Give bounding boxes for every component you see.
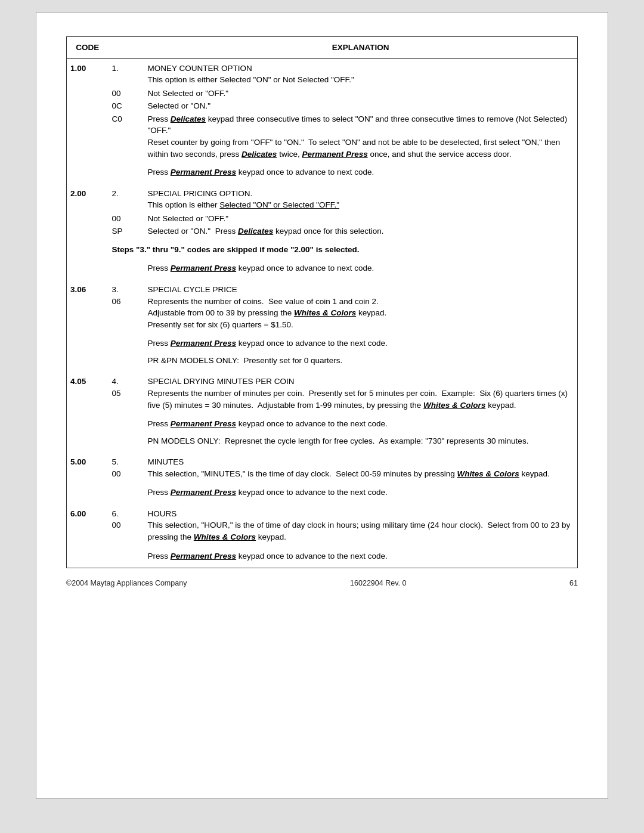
code-empty bbox=[67, 332, 109, 353]
code-empty bbox=[67, 481, 109, 504]
table-row: PN MODELS ONLY: Represnet the cycle leng… bbox=[67, 433, 578, 453]
exp-1-title: MONEY COUNTER OPTIONThis option is eithe… bbox=[144, 58, 578, 87]
code-4-05: 4.05 bbox=[67, 372, 109, 412]
table-row: SP Selected or "ON." Press Delicates key… bbox=[67, 225, 578, 238]
table-row: 00 Not Selected or "OFF." bbox=[67, 212, 578, 225]
code-empty bbox=[67, 160, 109, 184]
code-empty bbox=[67, 353, 109, 373]
perm-press-ref7: Permanent Press bbox=[171, 552, 236, 561]
perm-press-ref3: Permanent Press bbox=[171, 264, 236, 272]
sub-5: 5.00 bbox=[109, 453, 144, 481]
press-line-3: Press Permanent Press keypad once to adv… bbox=[144, 332, 578, 353]
table-row: PR &PN MODELS ONLY: Presently set for 0 … bbox=[67, 353, 578, 373]
code-empty bbox=[67, 100, 109, 113]
code-2-00: 2.00 bbox=[67, 184, 109, 212]
table-row: 0C Selected or "ON." bbox=[67, 100, 578, 113]
exp-c0: Press Delicates keypad three consecutive… bbox=[144, 113, 578, 160]
header-sub bbox=[109, 37, 144, 59]
table-row: Press Permanent Press keypad once to adv… bbox=[67, 259, 578, 280]
whites-colors-ref3: Whites & Colors bbox=[457, 469, 519, 478]
sub-00a: 00 bbox=[109, 87, 144, 100]
code-empty bbox=[67, 225, 109, 238]
perm-press-ref1: Permanent Press bbox=[302, 150, 367, 159]
sub-2: 2. bbox=[109, 184, 144, 212]
code-empty bbox=[67, 259, 109, 280]
sub-c0: C0 bbox=[109, 113, 144, 160]
code-empty bbox=[67, 212, 109, 225]
step-note: Steps "3." thru "9." codes are skipped i… bbox=[109, 238, 578, 259]
table-row: 3.06 3.06 SPECIAL CYCLE PRICERepresents … bbox=[67, 280, 578, 332]
code-empty bbox=[67, 87, 109, 100]
exp-3-extra: PR &PN MODELS ONLY: Presently set for 0 … bbox=[144, 353, 578, 373]
whites-colors-ref1: Whites & Colors bbox=[294, 308, 356, 317]
footer-page-number: 61 bbox=[569, 579, 578, 587]
delicates-ref2: Delicates bbox=[242, 150, 277, 159]
exp-0c: Selected or "ON." bbox=[144, 100, 578, 113]
perm-press-ref6: Permanent Press bbox=[171, 488, 236, 497]
table-row: Press Permanent Press keypad once to adv… bbox=[67, 160, 578, 184]
step-note-text: Steps "3." thru "9." codes are skipped i… bbox=[112, 245, 360, 254]
sub-00b: 00 bbox=[109, 212, 144, 225]
perm-press-ref5: Permanent Press bbox=[171, 419, 236, 428]
sub-4: 4.05 bbox=[109, 372, 144, 412]
footer-doc-number: 16022904 Rev. 0 bbox=[350, 579, 406, 587]
table-row: 00 Not Selected or "OFF." bbox=[67, 87, 578, 100]
press-line-2: Press Permanent Press keypad once to adv… bbox=[144, 259, 578, 280]
exp-4-title: SPECIAL DRYING MINUTES PER COINRepresent… bbox=[144, 372, 578, 412]
delicates-ref1: Delicates bbox=[171, 114, 206, 123]
exp-2-title: SPECIAL PRICING OPTION.This option is ei… bbox=[144, 184, 578, 212]
code-1-00: 1.00 bbox=[67, 58, 109, 87]
exp-00a: Not Selected or "OFF." bbox=[144, 87, 578, 100]
sub-sp: SP bbox=[109, 225, 144, 238]
page: CODE EXPLANATION 1.00 1. MONEY COUNTER O… bbox=[36, 12, 608, 799]
sub-empty bbox=[109, 481, 144, 504]
table-row: Press Permanent Press keypad once to adv… bbox=[67, 412, 578, 433]
code-3-06: 3.06 bbox=[67, 280, 109, 332]
sub-empty bbox=[109, 332, 144, 353]
table-row: 6.00 6.00 HOURSThis selection, "HOUR," i… bbox=[67, 504, 578, 544]
sub-empty bbox=[109, 259, 144, 280]
table-row: 5.00 5.00 MINUTESThis selection, "MINUTE… bbox=[67, 453, 578, 481]
table-row: Press Permanent Press keypad once to adv… bbox=[67, 544, 578, 568]
code-empty bbox=[67, 433, 109, 453]
main-table: CODE EXPLANATION 1.00 1. MONEY COUNTER O… bbox=[66, 36, 578, 568]
table-row: Press Permanent Press keypad once to adv… bbox=[67, 332, 578, 353]
sub-1: 1. bbox=[109, 58, 144, 87]
page-footer: ©2004 Maytag Appliances Company 16022904… bbox=[66, 579, 578, 587]
table-row: Steps "3." thru "9." codes are skipped i… bbox=[67, 238, 578, 259]
whites-colors-ref2: Whites & Colors bbox=[423, 401, 485, 410]
exp-5-title: MINUTESThis selection, "MINUTES," is the… bbox=[144, 453, 578, 481]
exp-00b: Not Selected or "OFF." bbox=[144, 212, 578, 225]
table-row: 1.00 1. MONEY COUNTER OPTIONThis option … bbox=[67, 58, 578, 87]
sub-empty bbox=[109, 544, 144, 568]
code-6-00: 6.00 bbox=[67, 504, 109, 544]
table-header: CODE EXPLANATION bbox=[67, 37, 578, 59]
press-line-4: Press Permanent Press keypad once to adv… bbox=[144, 412, 578, 433]
sub-empty bbox=[109, 412, 144, 433]
table-row: C0 Press Delicates keypad three consecut… bbox=[67, 113, 578, 160]
table-row: 2.00 2. SPECIAL PRICING OPTION.This opti… bbox=[67, 184, 578, 212]
table-row: Press Permanent Press keypad once to adv… bbox=[67, 481, 578, 504]
header-explanation: EXPLANATION bbox=[144, 37, 578, 59]
table-row: 4.05 4.05 SPECIAL DRYING MINUTES PER COI… bbox=[67, 372, 578, 412]
press-line-6: Press Permanent Press keypad once to adv… bbox=[144, 544, 578, 568]
code-empty bbox=[67, 544, 109, 568]
header-code: CODE bbox=[67, 37, 109, 59]
sub-empty bbox=[109, 160, 144, 184]
code-5-00: 5.00 bbox=[67, 453, 109, 481]
whites-colors-ref4: Whites & Colors bbox=[194, 532, 256, 541]
exp-4-extra: PN MODELS ONLY: Represnet the cycle leng… bbox=[144, 433, 578, 453]
sub-3: 3.06 bbox=[109, 280, 144, 332]
delicates-ref3: Delicates bbox=[238, 227, 273, 236]
press-line-1: Press Permanent Press keypad once to adv… bbox=[144, 160, 578, 184]
perm-press-ref2: Permanent Press bbox=[171, 168, 236, 176]
code-empty bbox=[67, 113, 109, 160]
code-empty bbox=[67, 238, 109, 259]
footer-copyright: ©2004 Maytag Appliances Company bbox=[66, 579, 187, 587]
sub-empty bbox=[109, 353, 144, 373]
sub-empty bbox=[109, 433, 144, 453]
sub-0c: 0C bbox=[109, 100, 144, 113]
sub-6: 6.00 bbox=[109, 504, 144, 544]
exp-6-title: HOURSThis selection, "HOUR," is the of t… bbox=[144, 504, 578, 544]
exp-sp: Selected or "ON." Press Delicates keypad… bbox=[144, 225, 578, 238]
